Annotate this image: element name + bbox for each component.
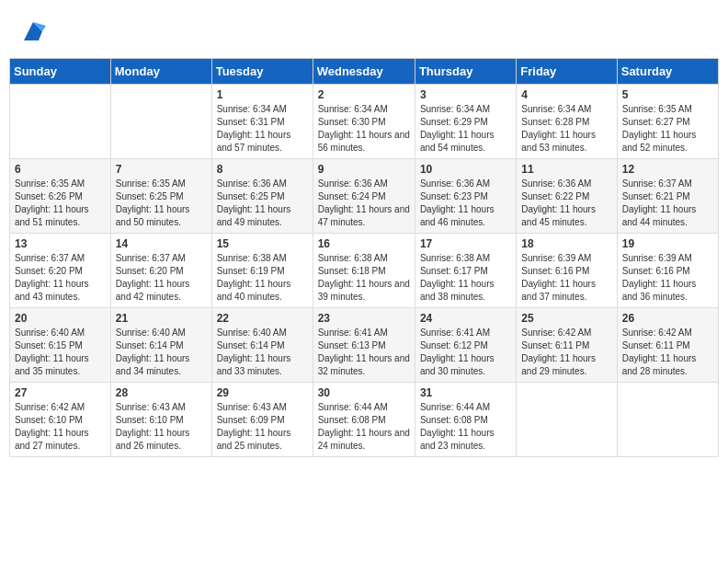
calendar-week-2: 6Sunrise: 6:35 AM Sunset: 6:26 PM Daylig… bbox=[10, 159, 719, 234]
day-number: 21 bbox=[116, 312, 207, 325]
calendar-cell: 11Sunrise: 6:36 AM Sunset: 6:22 PM Dayli… bbox=[517, 159, 617, 234]
day-number: 8 bbox=[217, 163, 308, 176]
calendar-week-1: 1Sunrise: 6:34 AM Sunset: 6:31 PM Daylig… bbox=[10, 85, 719, 159]
day-number: 23 bbox=[318, 312, 410, 325]
calendar-cell: 26Sunrise: 6:42 AM Sunset: 6:11 PM Dayli… bbox=[617, 308, 718, 383]
column-header-friday: Friday bbox=[517, 59, 617, 85]
day-number: 4 bbox=[521, 88, 611, 101]
calendar-cell bbox=[617, 383, 718, 457]
column-header-wednesday: Wednesday bbox=[313, 59, 415, 85]
cell-info: Sunrise: 6:35 AM Sunset: 6:26 PM Dayligh… bbox=[15, 178, 106, 229]
cell-info: Sunrise: 6:40 AM Sunset: 6:14 PM Dayligh… bbox=[217, 327, 308, 378]
day-number: 29 bbox=[217, 386, 308, 399]
calendar-table: SundayMondayTuesdayWednesdayThursdayFrid… bbox=[9, 58, 719, 457]
calendar-cell: 30Sunrise: 6:44 AM Sunset: 6:08 PM Dayli… bbox=[313, 383, 415, 457]
calendar-cell: 7Sunrise: 6:35 AM Sunset: 6:25 PM Daylig… bbox=[110, 159, 211, 234]
column-header-sunday: Sunday bbox=[10, 59, 111, 85]
cell-info: Sunrise: 6:35 AM Sunset: 6:27 PM Dayligh… bbox=[622, 103, 713, 155]
calendar-cell: 10Sunrise: 6:36 AM Sunset: 6:23 PM Dayli… bbox=[415, 159, 516, 234]
calendar-cell: 4Sunrise: 6:34 AM Sunset: 6:28 PM Daylig… bbox=[517, 85, 617, 159]
calendar-header-row: SundayMondayTuesdayWednesdayThursdayFrid… bbox=[10, 59, 719, 85]
calendar-cell: 23Sunrise: 6:41 AM Sunset: 6:13 PM Dayli… bbox=[313, 308, 415, 383]
calendar-cell: 1Sunrise: 6:34 AM Sunset: 6:31 PM Daylig… bbox=[211, 85, 313, 159]
day-number: 3 bbox=[420, 88, 511, 101]
column-header-thursday: Thursday bbox=[415, 59, 516, 85]
calendar-cell: 18Sunrise: 6:39 AM Sunset: 6:16 PM Dayli… bbox=[517, 234, 617, 308]
cell-info: Sunrise: 6:34 AM Sunset: 6:30 PM Dayligh… bbox=[318, 103, 410, 155]
calendar-cell: 12Sunrise: 6:37 AM Sunset: 6:21 PM Dayli… bbox=[617, 159, 718, 234]
column-header-saturday: Saturday bbox=[617, 59, 718, 85]
day-number: 14 bbox=[116, 237, 207, 250]
calendar-cell: 2Sunrise: 6:34 AM Sunset: 6:30 PM Daylig… bbox=[313, 85, 415, 159]
cell-info: Sunrise: 6:38 AM Sunset: 6:18 PM Dayligh… bbox=[318, 252, 410, 304]
day-number: 26 bbox=[622, 312, 713, 325]
day-number: 1 bbox=[217, 88, 308, 101]
calendar-week-5: 27Sunrise: 6:42 AM Sunset: 6:10 PM Dayli… bbox=[10, 383, 719, 457]
day-number: 12 bbox=[622, 163, 713, 176]
calendar-cell: 14Sunrise: 6:37 AM Sunset: 6:20 PM Dayli… bbox=[110, 234, 211, 308]
cell-info: Sunrise: 6:42 AM Sunset: 6:11 PM Dayligh… bbox=[521, 327, 611, 378]
calendar-cell: 3Sunrise: 6:34 AM Sunset: 6:29 PM Daylig… bbox=[415, 85, 516, 159]
day-number: 28 bbox=[116, 386, 207, 399]
day-number: 7 bbox=[116, 163, 207, 176]
calendar-cell: 31Sunrise: 6:44 AM Sunset: 6:08 PM Dayli… bbox=[415, 383, 516, 457]
cell-info: Sunrise: 6:37 AM Sunset: 6:20 PM Dayligh… bbox=[116, 252, 207, 304]
cell-info: Sunrise: 6:43 AM Sunset: 6:09 PM Dayligh… bbox=[217, 401, 308, 453]
calendar-cell: 21Sunrise: 6:40 AM Sunset: 6:14 PM Dayli… bbox=[110, 308, 211, 383]
calendar-cell bbox=[517, 383, 617, 457]
calendar-cell: 9Sunrise: 6:36 AM Sunset: 6:24 PM Daylig… bbox=[313, 159, 415, 234]
calendar-cell: 17Sunrise: 6:38 AM Sunset: 6:17 PM Dayli… bbox=[415, 234, 516, 308]
day-number: 31 bbox=[420, 386, 511, 399]
day-number: 5 bbox=[622, 88, 713, 101]
calendar-cell: 24Sunrise: 6:41 AM Sunset: 6:12 PM Dayli… bbox=[415, 308, 516, 383]
cell-info: Sunrise: 6:37 AM Sunset: 6:20 PM Dayligh… bbox=[15, 252, 106, 304]
calendar-cell: 8Sunrise: 6:36 AM Sunset: 6:25 PM Daylig… bbox=[211, 159, 313, 234]
calendar-cell bbox=[110, 85, 211, 159]
cell-info: Sunrise: 6:39 AM Sunset: 6:16 PM Dayligh… bbox=[622, 252, 713, 304]
cell-info: Sunrise: 6:36 AM Sunset: 6:22 PM Dayligh… bbox=[521, 178, 611, 229]
cell-info: Sunrise: 6:36 AM Sunset: 6:24 PM Dayligh… bbox=[318, 178, 410, 229]
cell-info: Sunrise: 6:37 AM Sunset: 6:21 PM Dayligh… bbox=[622, 178, 713, 229]
cell-info: Sunrise: 6:38 AM Sunset: 6:19 PM Dayligh… bbox=[217, 252, 308, 304]
calendar-cell: 13Sunrise: 6:37 AM Sunset: 6:20 PM Dayli… bbox=[10, 234, 111, 308]
cell-info: Sunrise: 6:40 AM Sunset: 6:15 PM Dayligh… bbox=[15, 327, 106, 378]
calendar-cell: 27Sunrise: 6:42 AM Sunset: 6:10 PM Dayli… bbox=[10, 383, 111, 457]
cell-info: Sunrise: 6:34 AM Sunset: 6:28 PM Dayligh… bbox=[521, 103, 611, 155]
cell-info: Sunrise: 6:41 AM Sunset: 6:13 PM Dayligh… bbox=[318, 327, 410, 378]
day-number: 15 bbox=[217, 237, 308, 250]
day-number: 30 bbox=[318, 386, 410, 399]
day-number: 17 bbox=[420, 237, 511, 250]
cell-info: Sunrise: 6:41 AM Sunset: 6:12 PM Dayligh… bbox=[420, 327, 511, 378]
cell-info: Sunrise: 6:40 AM Sunset: 6:14 PM Dayligh… bbox=[116, 327, 207, 378]
day-number: 25 bbox=[521, 312, 611, 325]
cell-info: Sunrise: 6:36 AM Sunset: 6:23 PM Dayligh… bbox=[420, 178, 511, 229]
day-number: 13 bbox=[15, 237, 106, 250]
day-number: 2 bbox=[318, 88, 410, 101]
calendar-cell: 15Sunrise: 6:38 AM Sunset: 6:19 PM Dayli… bbox=[211, 234, 313, 308]
logo-icon bbox=[20, 18, 46, 44]
calendar-cell: 28Sunrise: 6:43 AM Sunset: 6:10 PM Dayli… bbox=[110, 383, 211, 457]
calendar-cell: 16Sunrise: 6:38 AM Sunset: 6:18 PM Dayli… bbox=[313, 234, 415, 308]
cell-info: Sunrise: 6:42 AM Sunset: 6:11 PM Dayligh… bbox=[622, 327, 713, 378]
column-header-tuesday: Tuesday bbox=[211, 59, 313, 85]
day-number: 18 bbox=[521, 237, 611, 250]
cell-info: Sunrise: 6:36 AM Sunset: 6:25 PM Dayligh… bbox=[217, 178, 308, 229]
day-number: 24 bbox=[420, 312, 511, 325]
cell-info: Sunrise: 6:39 AM Sunset: 6:16 PM Dayligh… bbox=[521, 252, 611, 304]
cell-info: Sunrise: 6:43 AM Sunset: 6:10 PM Dayligh… bbox=[116, 401, 207, 453]
calendar-cell: 22Sunrise: 6:40 AM Sunset: 6:14 PM Dayli… bbox=[211, 308, 313, 383]
day-number: 9 bbox=[318, 163, 410, 176]
calendar-cell: 20Sunrise: 6:40 AM Sunset: 6:15 PM Dayli… bbox=[10, 308, 111, 383]
column-header-monday: Monday bbox=[110, 59, 211, 85]
day-number: 27 bbox=[15, 386, 106, 399]
calendar-cell: 25Sunrise: 6:42 AM Sunset: 6:11 PM Dayli… bbox=[517, 308, 617, 383]
day-number: 22 bbox=[217, 312, 308, 325]
cell-info: Sunrise: 6:38 AM Sunset: 6:17 PM Dayligh… bbox=[420, 252, 511, 304]
page-header bbox=[9, 9, 719, 53]
day-number: 6 bbox=[15, 163, 106, 176]
day-number: 16 bbox=[318, 237, 410, 250]
day-number: 20 bbox=[15, 312, 106, 325]
logo bbox=[18, 18, 46, 49]
calendar-cell: 29Sunrise: 6:43 AM Sunset: 6:09 PM Dayli… bbox=[211, 383, 313, 457]
cell-info: Sunrise: 6:34 AM Sunset: 6:29 PM Dayligh… bbox=[420, 103, 511, 155]
